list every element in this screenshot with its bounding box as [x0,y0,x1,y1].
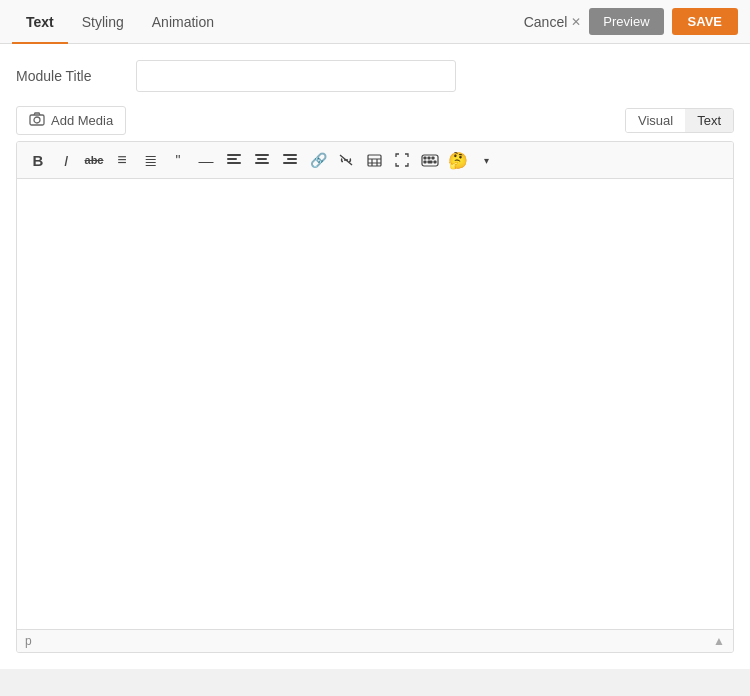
editor-toolbar: B I abc ≡ ≣ " — [17,142,733,179]
resize-handle[interactable]: ▲ [713,634,725,648]
editor-body[interactable] [17,179,733,629]
module-title-label: Module Title [16,68,136,84]
tab-styling[interactable]: Styling [68,0,138,44]
add-media-button[interactable]: Add Media [16,106,126,135]
svg-rect-8 [283,154,297,156]
svg-rect-18 [424,157,426,159]
main-content: Module Title Add Media Visual Text B I [0,44,750,669]
module-title-row: Module Title [16,60,734,92]
emoji-dropdown-button[interactable]: ▾ [473,148,499,172]
header-actions: Cancel ✕ Preview SAVE [524,8,738,35]
cancel-button[interactable]: Cancel ✕ [524,14,582,30]
align-right-button[interactable] [277,148,303,172]
italic-button[interactable]: I [53,148,79,172]
view-toggle: Visual Text [625,108,734,133]
top-tab-bar: Text Styling Animation Cancel ✕ Preview … [0,0,750,44]
close-icon: ✕ [571,15,581,29]
blockquote-button[interactable]: " [165,148,191,172]
svg-point-1 [34,117,40,123]
align-center-button[interactable] [249,148,275,172]
emoji-button[interactable]: 🤔 [445,148,471,172]
svg-rect-22 [428,161,432,163]
save-button[interactable]: SAVE [672,8,738,35]
text-toggle-button[interactable]: Text [685,109,733,132]
unordered-list-button[interactable]: ≡ [109,148,135,172]
add-media-icon [29,112,45,129]
svg-rect-3 [227,158,237,160]
svg-rect-6 [257,158,267,160]
align-left-button[interactable] [221,148,247,172]
svg-rect-7 [255,162,269,164]
svg-rect-20 [432,157,434,159]
svg-rect-19 [428,157,430,159]
editor-statusbar: p ▲ [17,629,733,652]
keyboard-button[interactable] [417,148,443,172]
fullscreen-button[interactable] [389,148,415,172]
add-media-label: Add Media [51,113,113,128]
insert-link-button[interactable]: 🔗 [305,148,331,172]
svg-rect-2 [227,154,241,156]
strikethrough-button[interactable]: abc [81,148,107,172]
svg-rect-23 [434,161,436,163]
horizontal-rule-button[interactable]: — [193,148,219,172]
editor-tag-indicator: p [25,634,32,648]
svg-rect-4 [227,162,241,164]
editor-wrapper: B I abc ≡ ≣ " — [16,141,734,653]
unlink-button[interactable] [333,148,359,172]
svg-rect-21 [424,161,426,163]
svg-rect-5 [255,154,269,156]
tab-text[interactable]: Text [12,0,68,44]
editor-controls-row: Add Media Visual Text [16,106,734,135]
cancel-label: Cancel [524,14,568,30]
insert-table-button[interactable] [361,148,387,172]
preview-button[interactable]: Preview [589,8,663,35]
svg-rect-9 [287,158,297,160]
svg-rect-10 [283,162,297,164]
ordered-list-button[interactable]: ≣ [137,148,163,172]
module-title-input[interactable] [136,60,456,92]
svg-rect-12 [368,155,381,166]
visual-toggle-button[interactable]: Visual [626,109,685,132]
bold-button[interactable]: B [25,148,51,172]
tab-animation[interactable]: Animation [138,0,228,44]
